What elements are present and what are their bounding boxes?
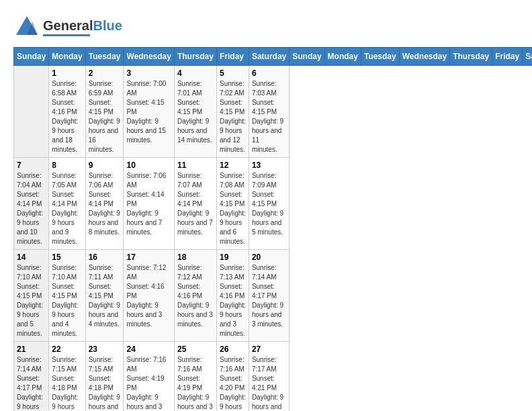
day-info: Sunrise: 7:02 AM Sunset: 4:15 PM Dayligh… [220,79,246,154]
page-header: GeneralBlue [13,13,519,40]
day-number: 26 [220,345,246,354]
calendar-cell: 13Sunrise: 7:09 AM Sunset: 4:15 PM Dayli… [249,158,289,250]
day-number: 19 [220,253,246,262]
col-header-saturday: Saturday [249,48,289,66]
day-number: 9 [89,161,121,170]
day-number: 18 [177,253,214,262]
calendar-cell: 12Sunrise: 7:08 AM Sunset: 4:15 PM Dayli… [216,158,249,250]
calendar-week-row: 14Sunrise: 7:10 AM Sunset: 4:15 PM Dayli… [14,250,533,342]
day-info: Sunrise: 7:16 AM Sunset: 4:20 PM Dayligh… [220,355,246,411]
calendar-cell: 19Sunrise: 7:13 AM Sunset: 4:16 PM Dayli… [216,250,249,342]
col-header-sunday: Sunday [290,48,324,66]
calendar-table: SundayMondayTuesdayWednesdayThursdayFrid… [13,47,532,411]
day-info: Sunrise: 6:59 AM Sunset: 4:15 PM Dayligh… [89,79,121,154]
day-number: 24 [126,345,171,354]
calendar-cell: 21Sunrise: 7:14 AM Sunset: 4:17 PM Dayli… [14,342,49,412]
col-header-wednesday: Wednesday [399,48,449,66]
day-info: Sunrise: 7:12 AM Sunset: 4:16 PM Dayligh… [177,263,214,329]
day-info: Sunrise: 6:58 AM Sunset: 4:16 PM Dayligh… [52,79,82,154]
calendar-week-row: 1Sunrise: 6:58 AM Sunset: 4:16 PM Daylig… [14,66,533,158]
day-number: 2 [89,68,121,78]
calendar-cell: 23Sunrise: 7:15 AM Sunset: 4:18 PM Dayli… [85,342,124,412]
calendar-cell: 4Sunrise: 7:01 AM Sunset: 4:15 PM Daylig… [174,66,216,158]
col-header-friday: Friday [216,48,249,66]
day-info: Sunrise: 7:01 AM Sunset: 4:15 PM Dayligh… [177,79,214,145]
day-number: 12 [220,161,246,170]
calendar-cell: 9Sunrise: 7:06 AM Sunset: 4:14 PM Daylig… [85,158,124,250]
logo: GeneralBlue [13,13,122,40]
day-number: 27 [252,345,286,354]
day-info: Sunrise: 7:11 AM Sunset: 4:15 PM Dayligh… [89,263,121,329]
day-number: 23 [89,345,121,354]
calendar-week-row: 21Sunrise: 7:14 AM Sunset: 4:17 PM Dayli… [14,342,533,412]
day-number: 1 [52,68,82,78]
calendar-cell: 10Sunrise: 7:06 AM Sunset: 4:14 PM Dayli… [124,158,174,250]
calendar-cell: 25Sunrise: 7:16 AM Sunset: 4:19 PM Dayli… [174,342,216,412]
day-number: 15 [52,253,82,262]
day-info: Sunrise: 7:12 AM Sunset: 4:16 PM Dayligh… [126,263,171,329]
col-header-wednesday: Wednesday [124,48,174,66]
day-info: Sunrise: 7:16 AM Sunset: 4:19 PM Dayligh… [126,355,171,411]
day-info: Sunrise: 7:08 AM Sunset: 4:15 PM Dayligh… [220,171,246,246]
day-info: Sunrise: 7:15 AM Sunset: 4:18 PM Dayligh… [89,355,121,411]
calendar-cell: 1Sunrise: 6:58 AM Sunset: 4:16 PM Daylig… [49,66,85,158]
calendar-cell: 11Sunrise: 7:07 AM Sunset: 4:14 PM Dayli… [174,158,216,250]
day-number: 25 [177,345,214,354]
col-header-monday: Monday [49,48,85,66]
day-number: 11 [177,161,214,170]
day-number: 5 [220,68,246,78]
day-number: 16 [89,253,121,262]
calendar-cell: 7Sunrise: 7:04 AM Sunset: 4:14 PM Daylig… [14,158,49,250]
day-info: Sunrise: 7:07 AM Sunset: 4:14 PM Dayligh… [177,171,214,237]
calendar-week-row: 7Sunrise: 7:04 AM Sunset: 4:14 PM Daylig… [14,158,533,250]
day-info: Sunrise: 7:06 AM Sunset: 4:14 PM Dayligh… [126,171,171,237]
day-info: Sunrise: 7:05 AM Sunset: 4:14 PM Dayligh… [52,171,82,246]
calendar-cell: 20Sunrise: 7:14 AM Sunset: 4:17 PM Dayli… [249,250,289,342]
day-number: 14 [17,253,46,262]
calendar-cell: 24Sunrise: 7:16 AM Sunset: 4:19 PM Dayli… [124,342,174,412]
day-info: Sunrise: 7:04 AM Sunset: 4:14 PM Dayligh… [17,171,46,246]
col-header-tuesday: Tuesday [361,48,399,66]
day-info: Sunrise: 7:00 AM Sunset: 4:15 PM Dayligh… [126,79,171,145]
calendar-cell: 27Sunrise: 7:17 AM Sunset: 4:21 PM Dayli… [249,342,289,412]
col-header-tuesday: Tuesday [85,48,124,66]
day-info: Sunrise: 7:09 AM Sunset: 4:15 PM Dayligh… [252,171,286,237]
calendar-cell: 3Sunrise: 7:00 AM Sunset: 4:15 PM Daylig… [124,66,174,158]
logo-icon [13,13,40,40]
day-info: Sunrise: 7:14 AM Sunset: 4:17 PM Dayligh… [17,355,46,411]
calendar-cell: 6Sunrise: 7:03 AM Sunset: 4:15 PM Daylig… [249,66,289,158]
logo-name: GeneralBlue [43,18,122,33]
calendar-cell: 26Sunrise: 7:16 AM Sunset: 4:20 PM Dayli… [216,342,249,412]
day-info: Sunrise: 7:14 AM Sunset: 4:17 PM Dayligh… [252,263,286,329]
calendar-cell: 22Sunrise: 7:15 AM Sunset: 4:18 PM Dayli… [49,342,85,412]
calendar-cell: 16Sunrise: 7:11 AM Sunset: 4:15 PM Dayli… [85,250,124,342]
day-info: Sunrise: 7:17 AM Sunset: 4:21 PM Dayligh… [252,355,286,411]
day-number: 17 [126,253,171,262]
day-number: 10 [126,161,171,170]
day-info: Sunrise: 7:16 AM Sunset: 4:19 PM Dayligh… [177,355,214,411]
calendar-cell: 14Sunrise: 7:10 AM Sunset: 4:15 PM Dayli… [14,250,49,342]
col-header-thursday: Thursday [450,48,492,66]
day-info: Sunrise: 7:13 AM Sunset: 4:16 PM Dayligh… [220,263,246,338]
col-header-friday: Friday [492,48,523,66]
calendar-cell: 8Sunrise: 7:05 AM Sunset: 4:14 PM Daylig… [49,158,85,250]
col-header-sunday: Sunday [14,48,49,66]
logo-general: General [43,18,93,33]
day-number: 8 [52,161,82,170]
calendar-cell [14,66,49,158]
day-number: 13 [252,161,286,170]
day-info: Sunrise: 7:06 AM Sunset: 4:14 PM Dayligh… [89,171,121,237]
col-header-saturday: Saturday [523,48,532,66]
calendar-cell: 2Sunrise: 6:59 AM Sunset: 4:15 PM Daylig… [85,66,124,158]
logo-text-block: GeneralBlue [43,18,122,36]
calendar-cell: 18Sunrise: 7:12 AM Sunset: 4:16 PM Dayli… [174,250,216,342]
day-number: 20 [252,253,286,262]
calendar-cell: 17Sunrise: 7:12 AM Sunset: 4:16 PM Dayli… [124,250,174,342]
calendar-header-row: SundayMondayTuesdayWednesdayThursdayFrid… [14,48,533,66]
calendar-cell: 15Sunrise: 7:10 AM Sunset: 4:15 PM Dayli… [49,250,85,342]
day-info: Sunrise: 7:10 AM Sunset: 4:15 PM Dayligh… [52,263,82,338]
logo-underline [43,34,90,36]
day-number: 6 [252,68,286,78]
day-number: 4 [177,68,214,78]
day-number: 22 [52,345,82,354]
